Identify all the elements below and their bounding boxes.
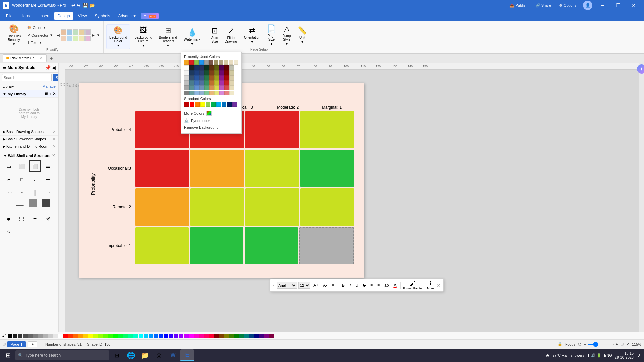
swatch-red2[interactable] <box>224 70 229 75</box>
shape-arch2[interactable]: ⌣ <box>42 186 54 198</box>
color-bar-swatch[interactable] <box>264 334 269 338</box>
cell-improbable-moderate[interactable] <box>245 227 298 265</box>
swatch-tan2[interactable] <box>229 70 234 75</box>
color-bar-swatch[interactable] <box>139 334 143 338</box>
category-close[interactable]: ✕ <box>53 130 56 134</box>
recent-color-8[interactable] <box>219 60 223 65</box>
swatch-orange6[interactable] <box>209 90 214 95</box>
edge-btn[interactable]: 🌐 <box>124 349 138 361</box>
auto-size-btn[interactable]: ⊡ AutoSize <box>209 25 221 45</box>
swatch-teal4[interactable] <box>199 80 204 85</box>
shape-rect[interactable]: ▭ <box>3 160 15 172</box>
fullscreen-btn[interactable]: ⤢ <box>626 342 629 346</box>
beautify-left-arrow[interactable]: ◀ <box>56 33 60 38</box>
menu-view[interactable]: View <box>75 12 90 20</box>
cell-improbable-critical3[interactable] <box>190 227 243 265</box>
open-btn[interactable]: 📂 <box>89 3 95 8</box>
color-bar-swatch[interactable] <box>229 334 234 338</box>
color-bar-swatch[interactable] <box>58 334 63 338</box>
swatch-blue2[interactable] <box>194 70 199 75</box>
notification-icon[interactable]: 🗨 <box>636 353 640 357</box>
color-bar-swatch[interactable] <box>209 334 214 338</box>
share-btn[interactable]: 🔗 Share <box>532 0 555 11</box>
fit-to-drawing-btn[interactable]: ⤢ Fit toDrawing <box>222 25 240 45</box>
color-bar-swatch[interactable] <box>184 334 189 338</box>
std-orange[interactable] <box>195 102 200 107</box>
shape-gray-rect[interactable] <box>29 199 37 207</box>
swatch-tan6[interactable] <box>229 90 234 95</box>
page-tab-add[interactable]: + <box>28 341 37 347</box>
zoom-in-btn[interactable]: + <box>615 342 618 346</box>
wall-shell-title[interactable]: ▼ Wall Shell and Structure ✕ <box>1 152 57 159</box>
recent-color-6[interactable] <box>209 60 214 65</box>
swatch-purple6[interactable] <box>219 90 224 95</box>
shape-rect4[interactable]: ▬ <box>42 160 54 172</box>
basic-flowchart-category[interactable]: ▶ Basic Flowchart Shapes ✕ <box>0 136 58 143</box>
redo-btn[interactable]: ↪ <box>77 3 81 8</box>
color-bar-swatch[interactable] <box>189 334 194 338</box>
shape-line[interactable]: ─ <box>42 173 54 185</box>
swatch-dark3[interactable] <box>189 75 194 80</box>
swatch-yellow3[interactable] <box>214 75 219 80</box>
swatch-purple4[interactable] <box>219 80 224 85</box>
swatch-yellow6[interactable] <box>214 90 219 95</box>
cell-probable-marginal[interactable] <box>300 111 354 148</box>
color-bar-swatch[interactable] <box>249 334 254 338</box>
jump-style-btn[interactable]: △ JumpStyle ▼ <box>280 23 293 47</box>
color-bar-swatch[interactable] <box>204 334 209 338</box>
shape-t[interactable]: ⊓ <box>16 173 28 185</box>
shape-sunburst[interactable]: ✳ <box>42 213 54 225</box>
watermark-btn[interactable]: 💧 Watermark ▼ <box>181 27 203 47</box>
focus-label[interactable]: Focus <box>565 342 575 346</box>
color-bar-swatch[interactable] <box>28 334 33 338</box>
swatch-green3[interactable] <box>204 75 209 80</box>
minimize-btn[interactable]: ─ <box>595 0 610 11</box>
menu-home[interactable]: Home <box>17 12 35 20</box>
color-bar-swatch[interactable] <box>113 334 118 338</box>
color-bar-swatch[interactable] <box>73 334 78 338</box>
color-bar-swatch[interactable] <box>93 334 98 338</box>
swatch-orange4[interactable] <box>209 80 214 85</box>
swatch-green4[interactable] <box>204 80 209 85</box>
swatch-teal5[interactable] <box>199 85 204 90</box>
shape-dark-rect[interactable] <box>42 199 50 207</box>
color-bar-swatch[interactable] <box>43 334 48 338</box>
search-input[interactable] <box>2 74 52 81</box>
word-btn[interactable]: W <box>166 349 180 361</box>
color-bar-swatch[interactable] <box>33 334 38 338</box>
swatch-yellow5[interactable] <box>214 85 219 90</box>
swatch-light3[interactable] <box>184 80 189 85</box>
page-tab-1[interactable]: Page-1 <box>7 341 26 347</box>
shape-l[interactable]: ⌐ <box>3 173 15 185</box>
swatch-tan5[interactable] <box>229 85 234 90</box>
swatch-light2[interactable] <box>184 75 189 80</box>
color-bar-swatch[interactable] <box>13 334 17 338</box>
cell-improbable-marginal[interactable] <box>299 227 354 265</box>
swatch-red1[interactable] <box>224 65 229 70</box>
color-bar-swatch[interactable] <box>199 334 204 338</box>
shape-dots[interactable]: ⋮⋮ <box>16 213 28 225</box>
recent-color-4[interactable] <box>199 60 204 65</box>
std-lime[interactable] <box>206 102 210 107</box>
color-bar-swatch[interactable] <box>169 334 173 338</box>
swatch-purple2[interactable] <box>219 70 224 75</box>
tab-new-btn[interactable]: + <box>47 55 55 62</box>
color-bar-swatch[interactable] <box>214 334 219 338</box>
category-close[interactable]: ✕ <box>53 144 56 149</box>
remove-item-btn[interactable]: ✕ <box>53 92 56 96</box>
swatch-green5[interactable] <box>204 85 209 90</box>
cell-occasional-critical4[interactable] <box>135 150 189 187</box>
color-bar-swatch[interactable] <box>18 334 22 338</box>
text-btn[interactable]: TText▼ <box>25 39 55 46</box>
menu-file[interactable]: File <box>3 12 16 20</box>
cell-occasional-moderate[interactable] <box>245 150 299 187</box>
one-click-beautify-btn[interactable]: 🎨 One ClickBeautify ▼ <box>4 23 24 47</box>
std-dark-blue[interactable] <box>227 102 232 107</box>
panel-collapse-icon[interactable]: ◀ <box>52 65 56 70</box>
beautify-right-arrow[interactable]: ▶ <box>91 33 95 38</box>
shape-line2[interactable]: | <box>29 186 41 198</box>
color-bar-swatch[interactable] <box>174 334 178 338</box>
shape-rect3[interactable]: ⬜ <box>29 160 41 172</box>
color-bar-swatch[interactable] <box>38 334 43 338</box>
swatch-orange5[interactable] <box>209 85 214 90</box>
